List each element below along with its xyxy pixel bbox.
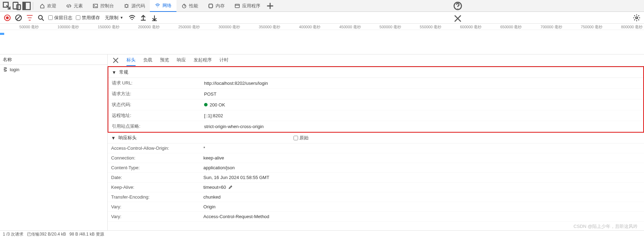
timeline-tick: 100000 毫秒: [40, 24, 80, 30]
device-icon[interactable]: [12, 1, 22, 11]
timeline-tick: 250000 毫秒: [161, 24, 201, 30]
response-header-kv: Content-Type:application/json: [108, 163, 644, 173]
general-section-highlighted: ▼ 常规 请求 URL:http://localhost:8202/users/…: [108, 66, 644, 133]
request-row[interactable]: login: [0, 65, 107, 74]
help-icon[interactable]: [453, 1, 463, 11]
tab-console[interactable]: 控制台: [88, 0, 119, 12]
detail-tab-3[interactable]: 响应: [177, 55, 186, 66]
detail-pane: 标头负载预览响应发起程序计时 ▼ 常规 请求 URL:http://localh…: [108, 54, 644, 230]
timeline-tick: 750000 毫秒: [564, 24, 604, 30]
timeline-tick: 400000 毫秒: [282, 24, 322, 30]
tab-bug[interactable]: 源代码: [119, 0, 150, 12]
svg-rect-8: [209, 4, 212, 8]
status-bar: 1 /3 次请求 已传输392 B/20.4 kB 98 B /48.1 kB …: [0, 230, 644, 238]
dock-icon[interactable]: [22, 1, 31, 11]
svg-point-6: [125, 5, 128, 7]
response-header-kv: Access-Control-Allow-Origin:*: [108, 143, 644, 153]
general-kv: 远程地址:[::1]:8202: [108, 110, 643, 121]
response-header-kv: Keep-Alive:timeout=60: [108, 183, 644, 192]
tab-perf[interactable]: 性能: [176, 0, 203, 12]
settings-icon[interactable]: [633, 14, 641, 22]
timeline-tick: 700000 毫秒: [523, 24, 563, 30]
timeline-tick: 350000 毫秒: [241, 24, 282, 30]
close-detail-icon[interactable]: [112, 57, 120, 64]
raw-checkbox[interactable]: 原始: [294, 135, 309, 141]
timeline-tick: 300000 毫秒: [201, 24, 241, 30]
resources: 98 B /48.1 kB 资源: [70, 231, 104, 237]
clear-button[interactable]: [15, 14, 22, 22]
request-list: 名称 login: [0, 54, 108, 230]
general-section-header[interactable]: ▼ 常规: [108, 67, 643, 78]
status-dot-icon: [204, 103, 208, 106]
detail-tab-0[interactable]: 标头: [126, 55, 136, 66]
record-button[interactable]: [3, 14, 11, 22]
svg-rect-9: [235, 4, 239, 8]
svg-rect-4: [23, 2, 26, 9]
transferred: 已传输392 B/20.4 kB: [27, 231, 66, 237]
general-kv: 请求 URL:http://localhost:8202/users/login: [108, 78, 643, 89]
detail-tabs: 标头负载预览响应发起程序计时: [108, 54, 644, 66]
timeline-tick: 450000 毫秒: [322, 24, 362, 30]
response-header-kv: Connection:keep-alive: [108, 153, 644, 163]
detail-tab-2[interactable]: 预览: [160, 55, 169, 66]
tab-wifi[interactable]: 网络: [150, 0, 176, 12]
timeline-tick: 500000 毫秒: [362, 24, 403, 30]
add-tab-icon[interactable]: [265, 1, 275, 11]
response-header-kv: Vary:Access-Control-Request-Method: [108, 212, 644, 222]
general-kv: 状态代码:200 OK: [108, 99, 643, 110]
tab-mem[interactable]: 内存: [203, 0, 230, 12]
response-header-kv: Vary:Origin: [108, 202, 644, 212]
timeline-tick: 650000 毫秒: [483, 24, 523, 30]
tab-code[interactable]: 元素: [61, 0, 88, 12]
detail-tab-5[interactable]: 计时: [219, 55, 229, 66]
svg-point-15: [636, 17, 638, 19]
svg-rect-5: [93, 4, 97, 8]
throttle-select[interactable]: 无限制 ▼: [103, 14, 125, 22]
svg-rect-1: [13, 2, 18, 9]
timeline-tick: 200000 毫秒: [121, 24, 161, 30]
upload-icon[interactable]: [139, 14, 147, 22]
svg-point-12: [6, 16, 9, 19]
watermark: CSDN @陌上少年，且听这风吟: [573, 223, 638, 230]
inspect-icon[interactable]: [2, 1, 12, 11]
timeline-tick: 50000 毫秒: [0, 24, 40, 30]
general-kv: 引用站点策略:strict-origin-when-cross-origin: [108, 121, 643, 132]
tab-home[interactable]: 欢迎: [35, 0, 61, 12]
request-bar: [0, 33, 4, 35]
list-header[interactable]: 名称: [0, 54, 107, 65]
preserve-log-checkbox[interactable]: 保留日志: [48, 15, 72, 21]
response-headers-header[interactable]: ▼ 响应标头 原始: [108, 133, 644, 143]
wifi-conditions-icon[interactable]: [128, 14, 136, 22]
timeline-tick: 550000 毫秒: [403, 24, 443, 30]
filter-icon[interactable]: [26, 14, 34, 22]
timeline[interactable]: 50000 毫秒100000 毫秒150000 毫秒200000 毫秒25000…: [0, 24, 644, 54]
edit-icon[interactable]: [228, 185, 233, 189]
request-count: 1 /3 次请求: [3, 231, 23, 237]
detail-tab-4[interactable]: 发起程序: [194, 55, 212, 66]
general-kv: 请求方法:POST: [108, 89, 643, 99]
timeline-tick: 800000 毫秒: [604, 24, 644, 30]
devtools-topbar: 欢迎元素控制台源代码网络性能内存应用程序 ⋯: [0, 0, 644, 12]
response-header-kv: Transfer-Encoding:chunked: [108, 192, 644, 202]
timeline-tick: 600000 毫秒: [443, 24, 483, 30]
download-icon[interactable]: [151, 14, 158, 22]
detail-tab-1[interactable]: 负载: [143, 55, 152, 66]
svg-point-14: [38, 15, 42, 19]
search-icon[interactable]: [37, 14, 45, 22]
close-icon[interactable]: [453, 14, 463, 23]
tab-app[interactable]: 应用程序: [230, 0, 265, 12]
response-header-kv: Date:Sun, 16 Jun 2024 01:58:55 GMT: [108, 173, 644, 183]
disable-cache-checkbox[interactable]: 禁用缓存: [76, 15, 100, 21]
main-split: 名称 login 标头负载预览响应发起程序计时 ▼ 常规 请求 URL:http…: [0, 54, 644, 230]
timeline-tick: 150000 毫秒: [80, 24, 121, 30]
